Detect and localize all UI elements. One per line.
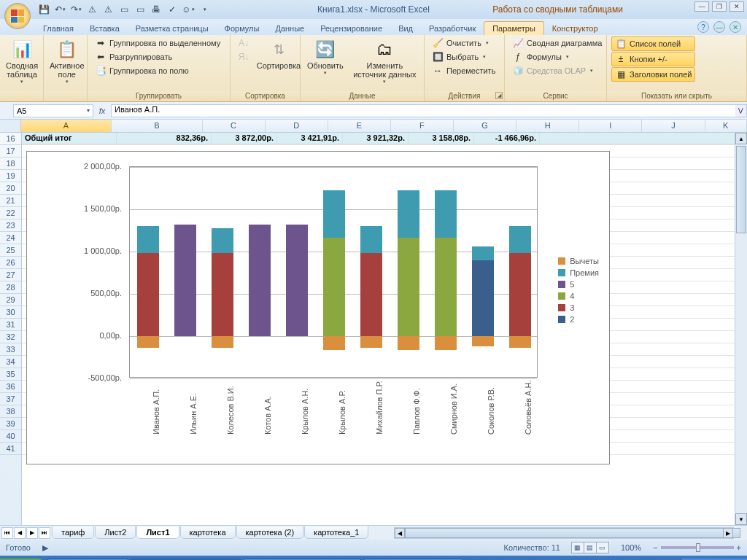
tab-pivot-options[interactable]: Параметры <box>484 21 544 35</box>
formula-expand-icon[interactable]: ⋁ <box>735 104 747 117</box>
zoom-in-icon[interactable]: + <box>737 543 741 552</box>
bar-column[interactable] <box>249 167 271 377</box>
vscroll-thumb[interactable] <box>736 146 746 233</box>
scroll-up-icon[interactable]: ▲ <box>735 133 747 144</box>
pivotchart-button[interactable]: 📈Сводная диаграмма <box>509 36 605 50</box>
bar-column[interactable] <box>398 167 419 377</box>
error-icon[interactable]: ⚠ <box>101 2 115 17</box>
last-sheet-icon[interactable]: ⏭ <box>39 527 50 539</box>
bar-column[interactable] <box>137 167 159 377</box>
pivot-formulas-button[interactable]: ƒФормулы <box>509 50 605 63</box>
sheet-tab[interactable]: картотека <box>180 526 236 539</box>
row-header[interactable]: 29 <box>0 294 21 306</box>
pivottable-button[interactable]: 📊Сводная таблица▾ <box>4 36 39 86</box>
column-header-F[interactable]: F <box>391 120 454 132</box>
office-button[interactable] <box>4 3 31 29</box>
column-header-G[interactable]: G <box>454 120 516 132</box>
smile-icon[interactable]: ☺ <box>181 2 196 17</box>
window1-icon[interactable]: ▭ <box>117 2 131 17</box>
select-button[interactable]: 🔲Выбрать <box>429 50 498 63</box>
bar-column[interactable] <box>472 167 494 377</box>
row-header[interactable]: 40 <box>0 430 21 443</box>
row-header[interactable]: 16 <box>0 133 21 145</box>
check-icon[interactable]: ✓ <box>165 2 179 17</box>
row-header[interactable]: 28 <box>0 281 21 294</box>
restore-button[interactable]: ❐ <box>712 1 727 12</box>
minimize-button[interactable]: ― <box>694 1 709 12</box>
row-header[interactable]: 33 <box>0 343 21 356</box>
warning-icon[interactable]: ⚠ <box>85 2 99 17</box>
row-header[interactable]: 35 <box>0 368 21 381</box>
move-button[interactable]: ↔Переместить <box>429 64 498 77</box>
close-button[interactable]: ✕ <box>729 1 744 12</box>
save-icon[interactable]: 💾 <box>36 2 51 17</box>
column-header-H[interactable]: H <box>516 120 579 132</box>
bar-column[interactable] <box>286 167 308 377</box>
row-header[interactable]: 27 <box>0 269 21 281</box>
sheet-tab[interactable]: картотека_1 <box>304 526 368 539</box>
bar-column[interactable] <box>174 167 196 377</box>
tab-insert[interactable]: Вставка <box>82 22 128 35</box>
group-field-button[interactable]: 📑Группировка по полю <box>92 64 223 77</box>
column-header-A[interactable]: A <box>21 120 112 132</box>
row-header[interactable]: 39 <box>0 418 21 430</box>
formula-input[interactable]: Иванов А.П. <box>111 104 735 117</box>
qat-customize-icon[interactable] <box>197 2 212 17</box>
tab-pivot-design[interactable]: Конструктор <box>544 22 606 35</box>
row-header[interactable]: 23 <box>0 219 21 232</box>
vertical-scrollbar[interactable]: ▲ ▼ <box>735 133 747 525</box>
column-header-K[interactable]: K <box>705 120 747 132</box>
row-header[interactable]: 21 <box>0 195 21 207</box>
row-header[interactable]: 34 <box>0 356 21 368</box>
sheet-tab[interactable]: картотека (2) <box>236 526 304 539</box>
zoom-out-icon[interactable]: − <box>653 543 657 552</box>
name-box[interactable]: A5 <box>13 104 93 117</box>
undo-icon[interactable]: ↶ <box>53 2 67 17</box>
window2-icon[interactable]: ▭ <box>133 2 147 17</box>
sheet-tab[interactable]: тариф <box>52 526 94 539</box>
doc-close-icon[interactable]: ✕ <box>729 21 741 33</box>
tab-view[interactable]: Вид <box>390 22 421 35</box>
first-sheet-icon[interactable]: ⏮ <box>1 527 13 539</box>
row-header[interactable]: 41 <box>0 443 21 455</box>
column-header-C[interactable]: C <box>203 120 266 132</box>
zoom-level[interactable]: 100% <box>621 543 641 552</box>
scroll-down-icon[interactable]: ▼ <box>735 513 747 525</box>
print-preview-icon[interactable]: 🖶 <box>149 2 163 17</box>
prev-sheet-icon[interactable]: ◀ <box>14 527 26 539</box>
row-header[interactable]: 37 <box>0 393 21 405</box>
row-header[interactable]: 26 <box>0 257 21 269</box>
bar-column[interactable] <box>323 167 345 377</box>
status-macro-icon[interactable]: ▶ <box>42 543 48 553</box>
column-header-I[interactable]: I <box>579 120 642 132</box>
scroll-right-icon[interactable]: ▶ <box>723 528 733 538</box>
column-header-B[interactable]: B <box>112 120 202 132</box>
fx-button[interactable]: fx <box>93 106 111 115</box>
bar-column[interactable] <box>360 167 382 377</box>
group-selection-button[interactable]: ➡Группировка по выделенному <box>92 36 223 50</box>
refresh-button[interactable]: 🔄Обновить▾ <box>305 36 346 77</box>
sheet-tab[interactable]: Лист1 <box>136 526 179 539</box>
row-header[interactable]: 17 <box>0 145 21 158</box>
row-header[interactable]: 38 <box>0 405 21 418</box>
column-header-J[interactable]: J <box>642 120 705 132</box>
help-icon[interactable]: ? <box>697 21 709 33</box>
tab-pagelayout[interactable]: Разметка страницы <box>128 22 217 35</box>
horizontal-scrollbar[interactable]: ◀ ▶ <box>394 527 734 539</box>
row-header[interactable]: 36 <box>0 381 21 393</box>
row-header[interactable]: 19 <box>0 170 21 182</box>
view-buttons[interactable]: ▦▤▭ <box>572 542 609 553</box>
ungroup-button[interactable]: ⬅Разгруппировать <box>92 50 223 63</box>
activefield-button[interactable]: 📋Активное поле▾ <box>48 36 86 86</box>
change-source-button[interactable]: 🗂Изменить источник данных▾ <box>350 36 419 86</box>
row-header[interactable]: 22 <box>0 207 21 219</box>
bar-column[interactable] <box>212 167 233 377</box>
sheet-tab[interactable]: Лист2 <box>95 526 136 539</box>
row-header[interactable]: 32 <box>0 331 21 343</box>
row-header[interactable]: 30 <box>0 306 21 319</box>
row-header[interactable]: 31 <box>0 319 21 331</box>
clear-button[interactable]: 🧹Очистить <box>429 36 498 50</box>
pivot-chart[interactable]: -500,00р.0,00р.500,00р.1 000,00р.1 500,0… <box>26 151 610 464</box>
select-all-corner[interactable] <box>0 120 21 132</box>
row-header[interactable]: 25 <box>0 244 21 257</box>
